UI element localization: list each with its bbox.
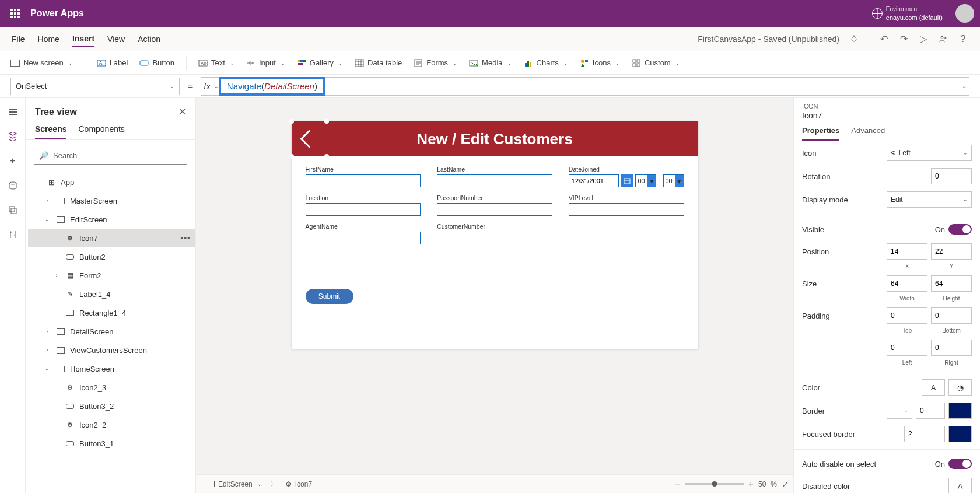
text-input[interactable]	[306, 174, 421, 187]
insert-button-button[interactable]: Button	[139, 58, 174, 68]
tree-node[interactable]: Button2	[28, 247, 195, 266]
pad-top-input[interactable]	[887, 307, 928, 324]
icon-selector[interactable]: < Left⌄	[887, 145, 972, 161]
pad-bottom-input[interactable]	[931, 307, 972, 324]
tree-node[interactable]: ›▤Form2	[28, 266, 195, 285]
pos-y-input[interactable]	[931, 243, 972, 260]
auto-disable-toggle[interactable]	[949, 459, 972, 469]
text-input[interactable]	[306, 203, 421, 216]
fill-color-button[interactable]: ◔	[949, 379, 972, 396]
visible-toggle[interactable]	[949, 224, 972, 235]
text-input[interactable]	[437, 232, 552, 244]
rotation-input[interactable]	[931, 168, 972, 184]
height-input[interactable]	[931, 275, 972, 292]
font-color-button[interactable]: A	[922, 379, 945, 396]
pad-left-input[interactable]	[887, 340, 928, 356]
avatar[interactable]	[956, 4, 974, 23]
menu-action[interactable]: Action	[138, 32, 160, 46]
environment-picker[interactable]: Environment enayu.com (default)	[872, 5, 950, 22]
text-input[interactable]	[569, 203, 684, 216]
border-color-swatch[interactable]	[949, 403, 972, 419]
tab-advanced[interactable]: Advanced	[851, 126, 885, 141]
tree-view-icon[interactable]	[7, 131, 19, 142]
submit-button[interactable]: Submit	[306, 289, 354, 304]
fit-icon[interactable]: ⤢	[782, 480, 789, 489]
minute-dropdown[interactable]: 00▾	[663, 174, 684, 187]
tree-node[interactable]: ⌄EditScreen	[28, 210, 195, 229]
tree-node[interactable]: ⌄HomeScreen	[28, 359, 195, 378]
tab-properties[interactable]: Properties	[802, 126, 839, 141]
tree-search-input[interactable]: 🔎 Search	[34, 146, 187, 165]
back-icon-selected[interactable]	[292, 121, 327, 156]
tree-node[interactable]: ✎Label1_4	[28, 285, 195, 303]
text-input[interactable]	[437, 174, 552, 187]
tab-screens[interactable]: Screens	[35, 124, 66, 139]
menu-home[interactable]: Home	[38, 32, 60, 46]
more-icon[interactable]: •••	[180, 233, 191, 243]
close-icon[interactable]: ✕	[178, 106, 186, 117]
add-icon[interactable]: +	[7, 155, 19, 167]
redo-icon[interactable]: ↷	[898, 34, 909, 44]
focused-border-color-swatch[interactable]	[949, 426, 972, 442]
tree-node-app[interactable]: ⊞App	[28, 173, 195, 191]
tree-node[interactable]: ⚙Icon2_2	[28, 415, 195, 434]
tree-node[interactable]: Button3_2	[28, 397, 195, 415]
width-input[interactable]	[887, 275, 928, 292]
canvas-area: New / Edit Customers FirstNameLastNameDa…	[196, 98, 793, 493]
insert-text-dropdown[interactable]: AbcText⌄	[198, 58, 235, 68]
pos-x-input[interactable]	[887, 243, 928, 260]
menu-view[interactable]: View	[107, 32, 125, 46]
text-input[interactable]	[306, 232, 421, 244]
insert-custom-dropdown[interactable]: Custom⌄	[632, 58, 680, 68]
hamburger-icon[interactable]	[7, 106, 19, 118]
play-icon[interactable]: ▷	[918, 34, 929, 44]
menu-insert[interactable]: Insert	[72, 32, 94, 47]
tree-node[interactable]: Rectangle1_4	[28, 303, 195, 322]
display-mode-selector[interactable]: Edit⌄	[887, 191, 972, 208]
breadcrumb-control[interactable]: ⚙Icon7	[279, 480, 318, 488]
zoom-slider[interactable]	[685, 483, 744, 485]
tree-node[interactable]: ›ViewCustomersScreen	[28, 341, 195, 359]
app-checker-icon[interactable]	[849, 34, 859, 44]
border-style-selector[interactable]: —⌄	[887, 403, 912, 419]
breadcrumb-screen[interactable]: EditScreen⌄	[201, 480, 268, 488]
share-icon[interactable]	[938, 34, 949, 44]
insert-datatable-button[interactable]: Data table	[355, 58, 402, 68]
data-icon[interactable]	[7, 180, 19, 191]
insert-gallery-dropdown[interactable]: Gallery⌄	[297, 58, 343, 68]
tree-node[interactable]: ⚙Icon7•••	[28, 229, 195, 247]
insert-icons-dropdown[interactable]: Icons⌄	[580, 58, 620, 68]
insert-label-button[interactable]: Label	[97, 58, 128, 68]
zoom-out-icon[interactable]: −	[675, 479, 680, 489]
insert-charts-dropdown[interactable]: Charts⌄	[524, 58, 568, 68]
disabled-color-button[interactable]: A	[949, 478, 972, 493]
insert-input-dropdown[interactable]: Input⌄	[246, 58, 285, 68]
pad-right-input[interactable]	[931, 340, 972, 356]
media-rail-icon[interactable]	[7, 204, 19, 216]
formula-expand-icon[interactable]: ⌄	[962, 83, 967, 89]
app-canvas[interactable]: New / Edit Customers FirstNameLastNameDa…	[292, 121, 698, 349]
tab-components[interactable]: Components	[78, 124, 124, 139]
hour-dropdown[interactable]: 00▾	[635, 174, 656, 187]
insert-forms-dropdown[interactable]: Forms⌄	[414, 58, 457, 68]
date-input[interactable]	[569, 174, 620, 187]
tree-node[interactable]: ›DetailScreen	[28, 322, 195, 341]
help-icon[interactable]: ?	[958, 34, 968, 44]
tree-node[interactable]: ›MasterScreen	[28, 191, 195, 210]
control-category: ICON	[802, 103, 972, 110]
app-launcher-icon[interactable]	[10, 9, 20, 18]
focused-border-input[interactable]	[904, 426, 945, 442]
tree-node[interactable]: ⚙Icon2_3	[28, 378, 195, 397]
zoom-in-icon[interactable]: +	[748, 479, 754, 489]
undo-icon[interactable]: ↶	[878, 34, 889, 44]
menu-file[interactable]: File	[12, 32, 25, 46]
tools-icon[interactable]	[7, 229, 19, 240]
insert-media-dropdown[interactable]: Media⌄	[469, 58, 512, 68]
border-width-input[interactable]	[916, 403, 945, 419]
tree-node[interactable]: Button3_1	[28, 434, 195, 453]
property-selector[interactable]: OnSelect⌄	[10, 78, 180, 95]
formula-input[interactable]: fx⌄ Navigate(DetailScreen) ⌄	[201, 77, 970, 96]
text-input[interactable]	[437, 203, 552, 216]
new-screen-button[interactable]: New screen⌄	[10, 58, 73, 67]
calendar-icon[interactable]	[621, 174, 633, 187]
